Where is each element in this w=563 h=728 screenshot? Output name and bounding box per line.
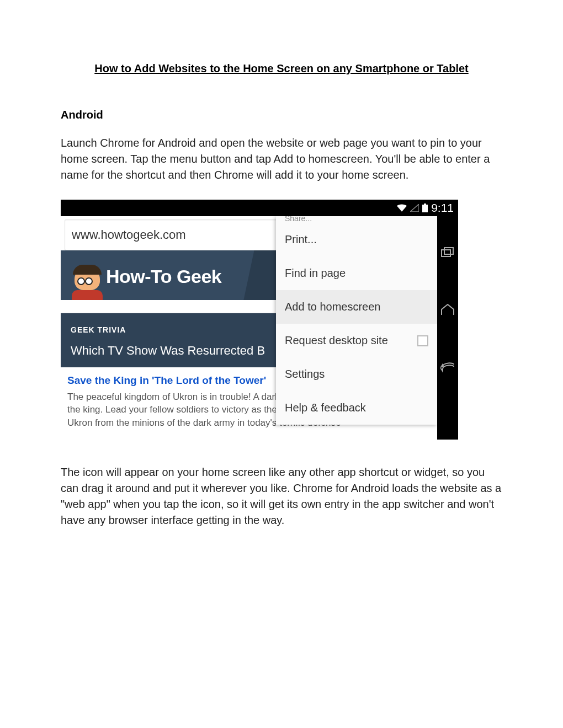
- site-mascot-icon: [71, 265, 104, 300]
- android-nav-bar: [437, 216, 458, 440]
- home-icon[interactable]: [440, 304, 455, 320]
- menu-item-settings[interactable]: Settings: [276, 357, 437, 391]
- menu-item-label: Request desktop site: [285, 333, 388, 349]
- status-bar: 9:11: [61, 200, 458, 216]
- desktop-site-checkbox[interactable]: [417, 335, 428, 346]
- android-screenshot: 9:11 www.howtogeek.com How-To Geek GEEK …: [61, 200, 458, 440]
- intro-paragraph: Launch Chrome for Android and open the w…: [61, 135, 502, 183]
- battery-icon: [422, 204, 428, 212]
- menu-item-print[interactable]: Print...: [276, 223, 437, 256]
- signal-icon: [410, 204, 419, 212]
- svg-rect-3: [444, 248, 453, 254]
- section-heading-android: Android: [61, 107, 502, 123]
- recent-apps-icon[interactable]: [441, 247, 454, 263]
- menu-item-request-desktop[interactable]: Request desktop site: [276, 324, 437, 357]
- svg-rect-0: [422, 205, 428, 212]
- svg-rect-1: [424, 204, 426, 205]
- back-icon[interactable]: [440, 362, 455, 378]
- menu-item-add-to-homescreen[interactable]: Add to homescreen: [276, 290, 437, 324]
- document-title: How to Add Websites to the Home Screen o…: [61, 61, 502, 77]
- wifi-icon: [397, 204, 407, 212]
- svg-rect-2: [442, 250, 450, 256]
- menu-item-share[interactable]: Share...: [276, 216, 437, 223]
- menu-item-help[interactable]: Help & feedback: [276, 391, 437, 425]
- site-name: How-To Geek: [106, 263, 221, 290]
- followup-paragraph: The icon will appear on your home screen…: [61, 464, 502, 528]
- status-time: 9:11: [431, 200, 454, 216]
- menu-item-find-in-page[interactable]: Find in page: [276, 256, 437, 290]
- chrome-overflow-menu: Share... Print... Find in page Add to ho…: [276, 216, 437, 425]
